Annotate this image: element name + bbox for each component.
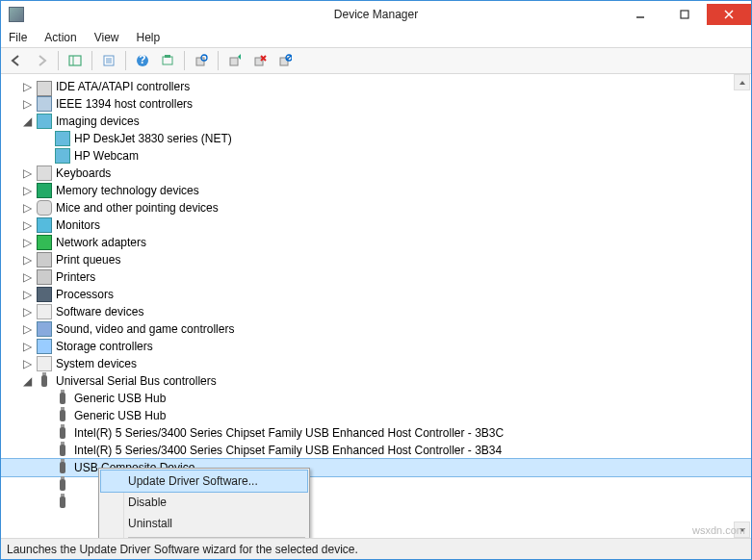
svg-rect-16 bbox=[230, 58, 238, 65]
node-label: HP Webcam bbox=[74, 149, 139, 163]
scroll-up-button[interactable] bbox=[734, 74, 750, 90]
tree-node-generic-hub[interactable]: Generic USB Hub bbox=[1, 390, 751, 407]
tree-node-storage[interactable]: ▷Storage controllers bbox=[1, 338, 751, 355]
node-label: Intel(R) 5 Series/3400 Series Chipset Fa… bbox=[74, 444, 502, 457]
tree-node-usb[interactable]: ◢Universal Serial Bus controllers bbox=[1, 372, 751, 390]
uninstall-button[interactable] bbox=[248, 49, 272, 72]
monitor-icon bbox=[37, 217, 52, 233]
collapse-icon[interactable]: ◢ bbox=[22, 376, 33, 387]
system-icon bbox=[37, 356, 52, 371]
expand-icon[interactable]: ▷ bbox=[22, 238, 33, 248]
tree-node-generic-hub[interactable]: Generic USB Hub bbox=[1, 407, 751, 424]
status-bar: Launches the Update Driver Software wiza… bbox=[1, 538, 751, 559]
usb-icon bbox=[55, 495, 70, 510]
expand-icon[interactable]: ▷ bbox=[22, 82, 33, 92]
printer-icon bbox=[37, 269, 52, 285]
tree-node-hp-webcam[interactable]: HP Webcam bbox=[1, 147, 751, 165]
usb-icon bbox=[37, 373, 52, 389]
tree-node-ide[interactable]: ▷IDE ATA/ATAPI controllers bbox=[1, 78, 751, 95]
usb-icon bbox=[55, 425, 70, 441]
window-controls bbox=[618, 4, 751, 25]
tree-node-printqueues[interactable]: ▷Print queues bbox=[1, 251, 751, 268]
usb-icon bbox=[55, 408, 70, 423]
tree-node-printers[interactable]: ▷Printers bbox=[1, 268, 751, 286]
scan-hardware-button[interactable] bbox=[190, 49, 213, 72]
update-driver-button[interactable] bbox=[223, 49, 246, 72]
node-label: System devices bbox=[56, 357, 137, 370]
sound-icon bbox=[37, 321, 52, 337]
toolbar-separator bbox=[58, 51, 59, 70]
menu-help[interactable]: Help bbox=[135, 30, 163, 45]
ctx-uninstall[interactable]: Uninstall bbox=[101, 513, 307, 534]
menu-view[interactable]: View bbox=[92, 30, 121, 45]
tree-node-system[interactable]: ▷System devices bbox=[1, 355, 751, 372]
tree-node-monitors[interactable]: ▷Monitors bbox=[1, 216, 751, 234]
expand-icon[interactable]: ▷ bbox=[22, 255, 33, 266]
ctx-update-driver[interactable]: Update Driver Software... bbox=[101, 471, 307, 492]
properties-button[interactable] bbox=[97, 49, 120, 72]
tree-node-network[interactable]: ▷Network adapters bbox=[1, 234, 751, 251]
expand-icon[interactable]: ▷ bbox=[22, 324, 33, 335]
svg-text:?: ? bbox=[139, 54, 145, 66]
tree-node-software[interactable]: ▷Software devices bbox=[1, 303, 751, 320]
ctx-disable[interactable]: Disable bbox=[101, 492, 307, 513]
expand-icon[interactable]: ▷ bbox=[22, 203, 33, 214]
app-icon bbox=[9, 7, 24, 22]
node-label: IEEE 1394 host controllers bbox=[56, 97, 193, 111]
menu-file[interactable]: File bbox=[7, 30, 29, 45]
tree-node-sound[interactable]: ▷Sound, video and game controllers bbox=[1, 320, 751, 338]
toolbar-separator bbox=[91, 51, 92, 70]
expand-icon[interactable]: ▷ bbox=[22, 290, 33, 300]
toolbar-button[interactable] bbox=[156, 49, 179, 72]
usb-icon bbox=[55, 477, 70, 493]
expand-icon[interactable]: ▷ bbox=[22, 342, 33, 352]
chip-icon bbox=[37, 183, 52, 198]
node-label: Print queues bbox=[56, 253, 120, 267]
back-button[interactable] bbox=[5, 49, 28, 72]
imaging-icon bbox=[55, 148, 70, 164]
expand-icon[interactable]: ▷ bbox=[22, 307, 33, 318]
tree-node-hp-deskjet[interactable]: HP DeskJet 3830 series (NET) bbox=[1, 130, 751, 147]
toolbar-separator bbox=[125, 51, 126, 70]
node-label: Monitors bbox=[56, 218, 100, 232]
show-hide-tree-button[interactable] bbox=[64, 49, 87, 72]
disable-button[interactable] bbox=[273, 49, 297, 72]
svg-rect-4 bbox=[69, 56, 81, 65]
minimize-button[interactable] bbox=[618, 4, 662, 25]
imaging-icon bbox=[55, 131, 70, 146]
expand-icon[interactable]: ▷ bbox=[22, 168, 33, 179]
ctx-label: Disable bbox=[128, 496, 167, 509]
collapse-icon[interactable]: ◢ bbox=[22, 116, 33, 127]
node-label: Sound, video and game controllers bbox=[56, 322, 234, 336]
tree-node-mice[interactable]: ▷Mice and other pointing devices bbox=[1, 199, 751, 216]
expand-icon[interactable]: ▷ bbox=[22, 186, 33, 196]
usb-icon bbox=[55, 443, 70, 458]
tree-node-imaging[interactable]: ◢Imaging devices bbox=[1, 113, 751, 130]
maximize-button[interactable] bbox=[662, 4, 707, 25]
tree-node-memtech[interactable]: ▷Memory technology devices bbox=[1, 182, 751, 199]
software-icon bbox=[37, 304, 52, 319]
expand-icon[interactable]: ▷ bbox=[22, 272, 33, 283]
tree-node-intel-usb[interactable]: Intel(R) 5 Series/3400 Series Chipset Fa… bbox=[1, 424, 751, 442]
close-button[interactable] bbox=[707, 4, 751, 25]
ctx-label: Uninstall bbox=[128, 517, 172, 530]
menu-action[interactable]: Action bbox=[42, 30, 78, 45]
tree-node-intel-usb[interactable]: Intel(R) 5 Series/3400 Series Chipset Fa… bbox=[1, 442, 751, 459]
node-label: Software devices bbox=[56, 305, 143, 318]
node-label: Intel(R) 5 Series/3400 Series Chipset Fa… bbox=[74, 426, 504, 440]
tree-node-keyboards[interactable]: ▷Keyboards bbox=[1, 165, 751, 182]
svg-rect-12 bbox=[163, 57, 172, 64]
help-button[interactable]: ? bbox=[131, 49, 154, 72]
node-label: Printers bbox=[56, 270, 95, 284]
node-label: Keyboards bbox=[56, 166, 111, 180]
expand-icon[interactable]: ▷ bbox=[22, 359, 33, 369]
node-label: IDE ATA/ATAPI controllers bbox=[56, 80, 190, 93]
node-label: HP DeskJet 3830 series (NET) bbox=[74, 132, 232, 145]
tree-node-processors[interactable]: ▷Processors bbox=[1, 286, 751, 303]
printer-icon bbox=[37, 252, 52, 267]
forward-button[interactable] bbox=[30, 49, 53, 72]
imaging-icon bbox=[37, 114, 52, 129]
tree-node-ieee[interactable]: ▷IEEE 1394 host controllers bbox=[1, 95, 751, 113]
expand-icon[interactable]: ▷ bbox=[22, 99, 33, 110]
expand-icon[interactable]: ▷ bbox=[22, 220, 33, 231]
